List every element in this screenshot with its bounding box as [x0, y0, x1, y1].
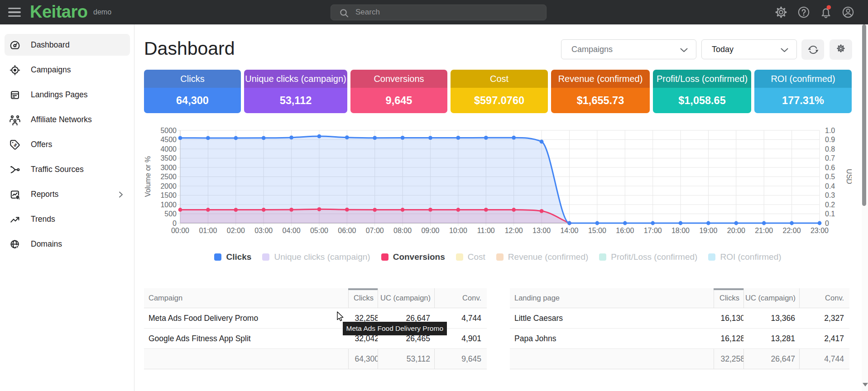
svg-text:08:00: 08:00	[393, 227, 412, 234]
svg-text:1500: 1500	[160, 191, 177, 199]
svg-text:11:00: 11:00	[477, 227, 495, 234]
svg-text:0.7: 0.7	[825, 154, 835, 162]
svg-text:22:00: 22:00	[783, 227, 801, 234]
svg-text:Volume or %: Volume or %	[144, 156, 152, 197]
svg-text:4500: 4500	[160, 136, 177, 143]
svg-text:05:00: 05:00	[310, 227, 328, 234]
svg-text:0.1: 0.1	[825, 210, 835, 218]
svg-text:0.8: 0.8	[825, 145, 835, 153]
svg-text:21:00: 21:00	[755, 227, 773, 234]
svg-text:17:00: 17:00	[644, 227, 662, 234]
svg-text:USD: USD	[845, 169, 852, 184]
svg-text:0.2: 0.2	[825, 201, 835, 209]
svg-text:3000: 3000	[160, 164, 177, 172]
svg-text:0.4: 0.4	[825, 182, 835, 190]
svg-text:0: 0	[173, 219, 177, 227]
svg-text:07:00: 07:00	[366, 227, 384, 234]
svg-text:18:00: 18:00	[671, 227, 690, 234]
svg-text:2500: 2500	[160, 173, 177, 181]
svg-text:13:00: 13:00	[532, 227, 551, 234]
svg-text:4000: 4000	[160, 145, 177, 153]
svg-text:20:00: 20:00	[727, 227, 745, 234]
svg-text:14:00: 14:00	[560, 227, 578, 234]
svg-text:3500: 3500	[160, 154, 177, 162]
svg-text:1.0: 1.0	[825, 127, 835, 134]
svg-text:0.9: 0.9	[825, 136, 835, 143]
svg-text:04:00: 04:00	[283, 227, 301, 234]
svg-text:23:00: 23:00	[810, 227, 829, 234]
svg-text:15:00: 15:00	[588, 227, 606, 234]
svg-text:16:00: 16:00	[616, 227, 634, 234]
svg-text:09:00: 09:00	[421, 227, 439, 234]
svg-text:0: 0	[825, 219, 829, 227]
svg-text:01:00: 01:00	[199, 227, 217, 234]
svg-text:06:00: 06:00	[338, 227, 356, 234]
svg-text:0.3: 0.3	[825, 191, 835, 199]
svg-text:1000: 1000	[160, 201, 177, 209]
svg-text:12:00: 12:00	[505, 227, 523, 234]
svg-text:0.6: 0.6	[825, 164, 835, 172]
svg-text:2000: 2000	[160, 182, 177, 190]
svg-text:03:00: 03:00	[254, 227, 273, 234]
svg-text:19:00: 19:00	[699, 227, 717, 234]
svg-text:0.5: 0.5	[825, 173, 835, 181]
svg-text:02:00: 02:00	[227, 227, 245, 234]
svg-text:00:00: 00:00	[171, 227, 189, 234]
svg-text:5000: 5000	[160, 127, 177, 134]
svg-text:500: 500	[164, 210, 177, 218]
svg-text:10:00: 10:00	[449, 227, 467, 234]
